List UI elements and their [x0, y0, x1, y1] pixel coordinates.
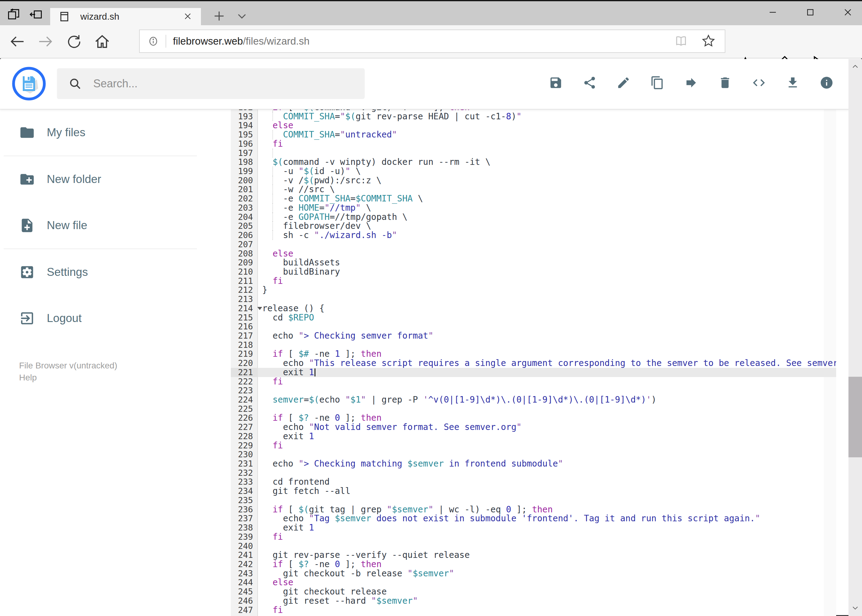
code-text[interactable]: echo "> Checking semver format" — [258, 331, 836, 341]
code-text[interactable]: -v /$(pwd):/src:z \ — [258, 176, 836, 185]
code-text[interactable]: fi — [258, 139, 836, 149]
code-text[interactable] — [258, 404, 836, 414]
code-text[interactable]: cd frontend — [258, 477, 836, 487]
url-bar[interactable]: filebrowser.web/files/wizard.sh — [139, 30, 725, 53]
code-text[interactable]: fi — [258, 377, 836, 386]
code-text[interactable] — [258, 468, 836, 478]
code-text[interactable]: echo "Not valid semver format. See semve… — [258, 423, 836, 432]
code-text[interactable] — [258, 149, 836, 158]
code-text[interactable]: exit 1 — [258, 523, 836, 532]
code-text[interactable]: git checkout release — [258, 587, 836, 596]
code-text[interactable]: else — [258, 249, 836, 258]
reading-view-button[interactable] — [674, 33, 689, 49]
save-button[interactable] — [549, 75, 563, 90]
set-tabs-aside-button[interactable] — [29, 7, 43, 22]
close-button[interactable] — [839, 3, 856, 22]
code-text[interactable]: fi — [258, 441, 836, 450]
code-text[interactable]: release () { — [258, 304, 836, 313]
code-text[interactable]: -u "$(id -u)" \ — [258, 167, 836, 176]
code-text[interactable]: -e COMMIT_SHA=$COMMIT_SHA \ — [258, 194, 836, 203]
code-editor[interactable]: 192 if [ "$(command -v git)" != "" ]; th… — [231, 110, 836, 616]
code-text[interactable]: if [ $? -ne 0 ]; then — [258, 413, 836, 423]
code-text[interactable]: exit 1 — [258, 368, 836, 377]
code-text[interactable]: echo "Tag $semver does not exist in subm… — [258, 514, 836, 523]
line-number: 209 — [231, 258, 258, 267]
code-text[interactable] — [258, 322, 836, 331]
search-input[interactable] — [93, 77, 339, 90]
code-text[interactable]: echo "This release script requires a sin… — [258, 358, 836, 368]
code-text[interactable]: -e HOME="//tmp" \ — [258, 203, 836, 212]
new-tab-button[interactable] — [211, 8, 227, 25]
sidebar-item-my-files[interactable]: My files — [0, 110, 231, 156]
code-text[interactable]: exit 1 — [258, 432, 836, 441]
code-text[interactable]: COMMIT_SHA="$(git rev-parse HEAD | cut -… — [258, 112, 836, 121]
code-text[interactable] — [258, 542, 836, 551]
code-text[interactable]: git reset --hard "$semver" — [258, 596, 836, 605]
sidebar-item-new-file[interactable]: New file — [0, 202, 231, 248]
code-text[interactable]: filebrowser/dev \ — [258, 222, 836, 231]
share-button[interactable] — [583, 75, 597, 90]
line-number: 222 — [231, 377, 258, 386]
code-text[interactable]: git rev-parse --verify --quiet release — [258, 550, 836, 560]
move-button[interactable] — [684, 75, 698, 90]
code-text[interactable]: else — [258, 121, 836, 130]
rename-button[interactable] — [616, 75, 630, 90]
code-fold-icon[interactable] — [257, 307, 262, 310]
site-info-icon[interactable] — [147, 35, 159, 47]
download-button[interactable] — [786, 75, 800, 90]
tab-list-chevron-button[interactable] — [234, 8, 250, 25]
code-text[interactable] — [258, 496, 836, 505]
scroll-up-icon[interactable] — [848, 60, 862, 73]
code-text[interactable]: fi — [258, 605, 836, 615]
code-text[interactable]: semver=$(echo "$1" | grep -P '^v(0|[1-9]… — [258, 395, 836, 404]
sidebar-item-settings[interactable]: Settings — [0, 249, 231, 295]
line-number: 232 — [231, 468, 258, 478]
code-text[interactable]: if [ $# -ne 1 ]; then — [258, 349, 836, 358]
help-link[interactable]: Help — [19, 373, 37, 383]
code-text[interactable]: fi — [258, 532, 836, 542]
code-text[interactable]: echo "> Checking matching $semver in fro… — [258, 459, 836, 468]
code-text[interactable]: buildBinary — [258, 267, 836, 277]
code-text[interactable]: git fetch --all — [258, 487, 836, 496]
code-text[interactable]: git checkout -b release "$semver" — [258, 569, 836, 578]
back-button[interactable] — [3, 27, 32, 56]
copy-button[interactable] — [650, 75, 664, 90]
tab-close-icon[interactable] — [183, 11, 193, 22]
code-text[interactable] — [258, 295, 836, 304]
code-text[interactable]: -e GOPATH=//tmp/gopath \ — [258, 212, 836, 222]
minimize-button[interactable] — [764, 3, 782, 22]
code-text[interactable]: else — [258, 578, 836, 587]
code-text[interactable] — [258, 240, 836, 249]
sidebar-item-logout[interactable]: Logout — [0, 295, 231, 341]
code-text[interactable]: if [ $(git tag | grep "$semver" | wc -l)… — [258, 505, 836, 514]
info-button[interactable] — [819, 75, 834, 90]
forward-button[interactable] — [32, 27, 60, 56]
delete-button[interactable] — [718, 75, 732, 90]
code-text[interactable]: if [ $? -ne 0 ]; then — [258, 560, 836, 569]
raw-button[interactable] — [752, 75, 766, 90]
code-text[interactable]: COMMIT_SHA="untracked" — [258, 130, 836, 139]
code-text[interactable]: fi — [258, 277, 836, 286]
code-text[interactable] — [258, 450, 836, 459]
browser-tab[interactable]: wizard.sh — [50, 8, 201, 25]
settings-icon — [19, 264, 35, 280]
favorite-star-button[interactable] — [701, 33, 716, 50]
code-text[interactable]: $(command -v winpty) docker run --rm -it… — [258, 157, 836, 167]
code-text[interactable] — [258, 386, 836, 395]
code-text[interactable]: buildAssets — [258, 258, 836, 267]
scroll-down-icon[interactable] — [848, 601, 862, 615]
code-text[interactable]: cd $REPO — [258, 313, 836, 322]
code-text[interactable]: sh -c "./wizard.sh -b" — [258, 231, 836, 240]
refresh-button[interactable] — [60, 27, 88, 56]
code-text[interactable]: -w //src \ — [258, 185, 836, 194]
line-number: 243 — [231, 569, 258, 578]
code-text[interactable]: } — [258, 285, 836, 295]
tab-preview-button[interactable] — [7, 7, 21, 22]
code-line: 215 cd $REPO — [231, 313, 836, 322]
scrollbar-thumb[interactable] — [848, 377, 862, 457]
code-text[interactable] — [258, 341, 836, 350]
sidebar-item-new-folder[interactable]: New folder — [0, 156, 231, 202]
page-scrollbar[interactable] — [848, 59, 862, 616]
maximize-button[interactable] — [802, 3, 819, 22]
home-button[interactable] — [88, 27, 116, 56]
